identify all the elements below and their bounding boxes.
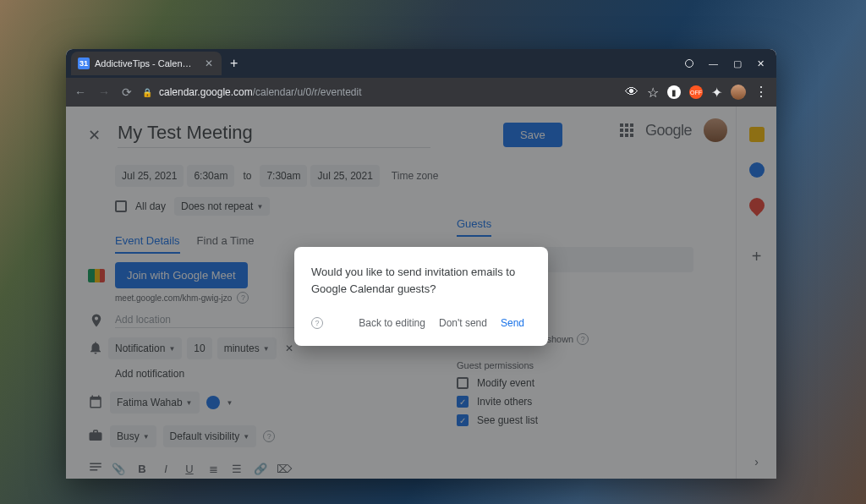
reload-button[interactable]: ⟳ [122, 85, 132, 99]
extensions-icon[interactable]: ✦ [711, 85, 722, 101]
tab-title: AddictiveTips - Calendar - Event [95, 58, 196, 68]
maximize-button[interactable]: ▢ [733, 58, 742, 69]
favicon: 31 [78, 58, 90, 69]
browser-tab[interactable]: 31 AddictiveTips - Calendar - Event ✕ [71, 52, 222, 75]
help-icon[interactable]: ? [311, 317, 323, 329]
browser-titlebar: 31 AddictiveTips - Calendar - Event ✕ + … [66, 49, 776, 78]
close-window-button[interactable]: ✕ [757, 58, 765, 69]
dont-send-button[interactable]: Don't send [432, 312, 494, 334]
modal-overlay: Would you like to send invitation emails… [66, 107, 776, 479]
profile-avatar[interactable] [731, 85, 746, 100]
back-to-editing-button[interactable]: Back to editing [352, 312, 432, 334]
window-controls: — ▢ ✕ [685, 58, 776, 69]
lock-icon: 🔒 [142, 88, 152, 97]
dialog-message: Would you like to send invitation emails… [311, 264, 531, 297]
send-button[interactable]: Send [494, 312, 531, 334]
extension-icon-1[interactable]: ▮ [667, 85, 681, 99]
page-content: Google ✕ Save Jul 25, 2021 6:30am to 7:3… [66, 107, 776, 479]
browser-window: 31 AddictiveTips - Calendar - Event ✕ + … [66, 49, 776, 479]
send-invitations-dialog: Would you like to send invitation emails… [294, 247, 548, 346]
forward-button[interactable]: → [98, 85, 110, 99]
star-icon[interactable]: ☆ [647, 85, 659, 101]
extension-icon-2[interactable]: OFF [689, 85, 703, 99]
minimize-button[interactable]: — [709, 58, 718, 68]
new-tab-button[interactable]: + [230, 56, 238, 71]
address-bar: ← → ⟳ 🔒 calendar.google.com/calendar/u/0… [66, 78, 776, 107]
url-field[interactable]: 🔒 calendar.google.com/calendar/u/0/r/eve… [142, 86, 615, 98]
account-indicator-icon[interactable] [685, 59, 693, 68]
eye-icon[interactable]: 👁 [625, 85, 639, 100]
back-button[interactable]: ← [74, 85, 86, 99]
close-tab-icon[interactable]: ✕ [205, 58, 213, 69]
